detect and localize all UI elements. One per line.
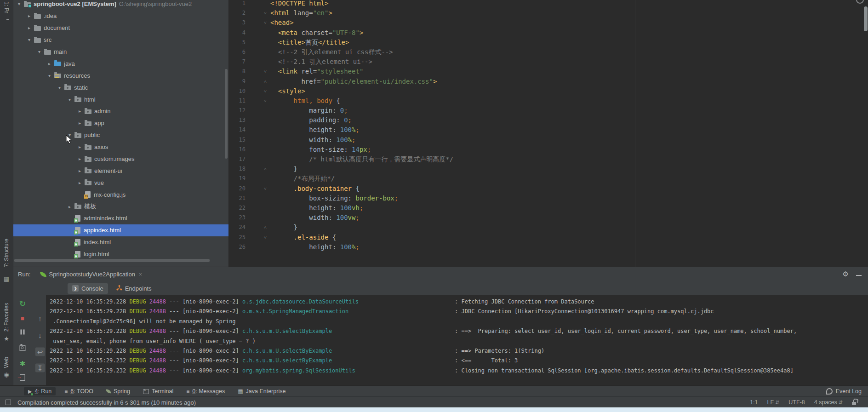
scroll-to-end-icon[interactable]: ↧ [35, 364, 45, 372]
toolbar-button-java-enterprise[interactable]: ▦Java Enterprise [234, 387, 290, 395]
chevron-right-icon[interactable]: ▸ [76, 109, 84, 114]
tree-item[interactable]: ▾html [13, 93, 228, 105]
code-line[interactable]: 1<!DOCTYPE html> [229, 0, 868, 8]
fold-end-icon[interactable]: ˄ [246, 164, 270, 174]
editor-scrollbar[interactable] [864, 6, 868, 31]
code-line[interactable]: 10˅ <style> [229, 86, 868, 96]
run-configuration-tab[interactable]: SpringbootstudyVue2Application × [40, 271, 142, 278]
code-editor[interactable]: 1<!DOCTYPE html>2˅<html lang="en">3˅<hea… [228, 0, 868, 267]
dump-threads-icon[interactable]: ✱ [20, 360, 26, 367]
code-line[interactable]: 18˄ } [229, 164, 868, 174]
fold-expand-icon[interactable]: ˅ [246, 184, 270, 194]
code-line[interactable]: 17 /* html默认高度只有一行，需要显式声明高度*/ [229, 154, 868, 164]
minimize-icon[interactable] [856, 275, 862, 276]
code-line[interactable]: 21 box-sizing: border-box; [229, 194, 868, 203]
tree-root-row[interactable]: ▾springboot-vue2 [EMSystem]G:\shejiing\s… [13, 0, 228, 10]
code-line[interactable]: 12 margin: 0; [229, 106, 868, 115]
tree-item[interactable]: ▸custom.images [13, 153, 228, 165]
code-line[interactable]: 25˅ .el-aside { [229, 233, 868, 242]
code-line[interactable]: 14 height: 100%; [229, 125, 868, 135]
tree-item[interactable]: ▾resources [13, 69, 228, 81]
toolbar-button-terminal[interactable]: Terminal [139, 387, 177, 395]
tree-item[interactable]: ▾main [13, 46, 228, 58]
tool-tab-project[interactable]: 1: Pr [3, 1, 10, 13]
code-line[interactable]: 20˅ .body-container { [229, 184, 868, 194]
chevron-down-icon[interactable]: ▾ [25, 37, 33, 42]
down-stack-trace-icon[interactable]: ↓ [38, 332, 42, 339]
code-line[interactable]: 13 padding: 0; [229, 115, 868, 125]
fold-expand-icon[interactable]: ˅ [246, 233, 270, 242]
code-line[interactable]: 23 width: 100vw; [229, 213, 868, 223]
tree-item[interactable]: ▾src [13, 34, 228, 46]
chevron-right-icon[interactable]: ▸ [46, 61, 53, 66]
tree-item[interactable]: login.html [13, 248, 228, 260]
status-widget-4-spaces[interactable]: 4 spaces⇵ [814, 399, 843, 406]
chevron-right-icon[interactable]: ▸ [25, 25, 33, 30]
background-tasks-icon[interactable] [6, 400, 11, 405]
code-line[interactable]: 2˅<html lang="en"> [229, 8, 868, 18]
code-line[interactable]: 6 <!--2 引入element ui css样式--> [229, 47, 868, 57]
tree-item[interactable]: ▸vue [13, 177, 228, 189]
pause-icon[interactable] [20, 329, 25, 336]
chevron-down-icon[interactable]: ▾ [35, 49, 43, 54]
tree-item[interactable]: ▾public [13, 129, 228, 141]
chevron-right-icon[interactable]: ▸ [76, 156, 84, 161]
tool-tab-favorites[interactable]: 2: Favorites [3, 303, 10, 332]
code-line[interactable]: 16 font-size: 14px; [229, 145, 868, 154]
chevron-right-icon[interactable]: ▸ [25, 13, 33, 18]
star-icon[interactable]: ★ [4, 336, 9, 342]
toolbar-button----messages[interactable]: ≡0: Messages [182, 387, 229, 395]
chevron-right-icon[interactable]: ▸ [76, 168, 84, 173]
structure-icon[interactable]: ▦ [4, 276, 9, 282]
status-widget-lf[interactable]: LF⇵ [767, 399, 780, 406]
code-line[interactable]: 9˄ href="public/element-ui/index.css"> [229, 77, 868, 86]
rerun-icon[interactable]: ↻ [19, 300, 26, 308]
stop-icon[interactable]: ■ [21, 315, 24, 321]
tab-endpoints[interactable]: Endpoints [112, 283, 156, 294]
code-line[interactable]: 5 <title>首页</title> [229, 38, 868, 47]
gear-icon[interactable]: ⚙ [843, 270, 849, 277]
chevron-down-icon[interactable]: ▾ [66, 97, 74, 102]
toolbar-button----run[interactable]: ▶4: Run [24, 387, 56, 395]
status-widget-utf-8[interactable]: UTF-8 [788, 399, 805, 406]
toolbar-button----todo[interactable]: ≡6: TODO [60, 387, 97, 395]
fold-end-icon[interactable]: ˄ [246, 77, 270, 86]
fold-expand-icon[interactable]: ˅ [246, 86, 270, 96]
tree-item[interactable]: ▸element-ui [13, 165, 228, 177]
console-output[interactable]: 2022-12-10 16:35:29.228 DEBUG 24488 --- … [46, 295, 868, 386]
code-line[interactable]: 8˅ <link rel="stylesheet" [229, 67, 868, 76]
code-line[interactable]: 3˅<head> [229, 18, 868, 28]
tree-item[interactable]: ▸axios [13, 141, 228, 153]
tree-item[interactable]: index.html [13, 236, 228, 248]
chevron-down-icon[interactable]: ▾ [15, 1, 23, 6]
tree-item[interactable]: ▸admin [13, 105, 228, 117]
globe-icon[interactable]: ◉ [4, 372, 9, 378]
tree-item-selected[interactable]: appindex.html [13, 224, 228, 236]
tree-item[interactable]: ▸app [13, 117, 228, 129]
tree-item[interactable]: ▸.idea [13, 10, 228, 22]
fold-end-icon[interactable]: ˄ [246, 223, 270, 232]
tree-vertical-scrollbar[interactable] [225, 69, 228, 159]
tab-console[interactable]: ❯Console [68, 283, 108, 294]
fold-expand-icon[interactable]: ˅ [246, 18, 270, 28]
code-line[interactable]: 19 /*布局开始*/ [229, 174, 868, 183]
thread-dump-camera-icon[interactable] [19, 344, 26, 352]
code-line[interactable]: 15 width: 100%; [229, 135, 868, 145]
fold-expand-icon[interactable]: ˅ [246, 96, 270, 106]
tree-item[interactable]: ▸document [13, 22, 228, 34]
tool-tab-web[interactable]: Web [3, 357, 10, 368]
chevron-right-icon[interactable]: ▸ [66, 204, 74, 209]
tree-item[interactable]: ▾static [13, 81, 228, 93]
code-line[interactable]: 7 <!--2.1 引入element ui--> [229, 57, 868, 67]
code-line[interactable]: 11˅ html, body { [229, 96, 868, 106]
code-line[interactable]: 22 height: 100vh; [229, 203, 868, 213]
chevron-down-icon[interactable]: ▾ [56, 85, 63, 90]
chevron-right-icon[interactable]: ▸ [76, 144, 84, 149]
toolbar-button-spring[interactable]: Spring [102, 387, 134, 395]
chevron-down-icon[interactable]: ▾ [46, 73, 53, 78]
tree-item[interactable]: ▸模板 [13, 200, 228, 212]
code-line[interactable]: 24˄ } [229, 223, 868, 232]
up-stack-trace-icon[interactable]: ↑ [38, 315, 42, 322]
chevron-right-icon[interactable]: ▸ [76, 120, 84, 126]
tree-item[interactable]: ▸java [13, 57, 228, 69]
